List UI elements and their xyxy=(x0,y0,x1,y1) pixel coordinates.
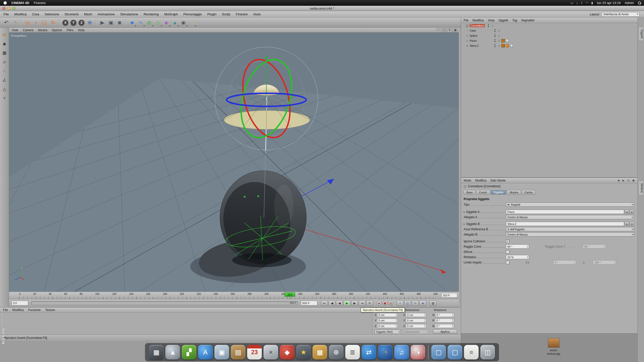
enabled-check-icon[interactable]: ✓ xyxy=(490,24,495,27)
os-menu-finestra[interactable]: Finestra xyxy=(34,1,46,5)
add-cube-object-button[interactable]: ■ xyxy=(128,18,136,27)
dock-documents-stack[interactable]: ▢ xyxy=(448,345,462,359)
undo-icon[interactable]: ↶ xyxy=(2,18,11,27)
layout-select[interactable]: Interfaccia di Avvio xyxy=(602,12,639,17)
wifi-icon[interactable]: ◠ xyxy=(586,1,588,5)
dynamics-body-tag-icon[interactable] xyxy=(506,44,509,48)
pos-z-field[interactable]: 0 cm xyxy=(377,324,398,328)
texture-tag-icon[interactable] xyxy=(501,39,505,42)
object-row-spline[interactable]: ∿ Spline ✓ xyxy=(461,33,637,38)
history-back-icon[interactable]: ◀ xyxy=(616,179,620,182)
am-menu-modifica[interactable]: Modifica xyxy=(475,179,487,182)
app-menu-item[interactable]: Personaggio xyxy=(183,12,202,16)
add-light-button[interactable]: ☼ xyxy=(188,18,196,27)
visibility-dots[interactable] xyxy=(493,29,497,32)
object-row-cielo[interactable]: ◔ Cielo ✓ xyxy=(461,28,637,33)
render-settings-button[interactable]: ◙ xyxy=(115,18,124,27)
enabled-check-icon[interactable]: ✓ xyxy=(497,34,501,37)
visibility-dots[interactable] xyxy=(486,24,490,27)
lock-y-axis-button[interactable]: Y xyxy=(70,20,76,26)
toggle-views-icon[interactable]: ▦ xyxy=(453,28,458,32)
zoom-view-icon[interactable]: ◰ xyxy=(442,28,447,32)
axis-mode-icon[interactable]: + xyxy=(1,95,8,102)
am-search-icon[interactable]: ◎ xyxy=(626,179,630,182)
allegato-a-select[interactable]: Centro di Massa xyxy=(506,215,634,219)
dock-app-store[interactable]: A xyxy=(198,345,213,359)
object-manager-menu-item[interactable]: Oggetti xyxy=(499,19,508,22)
app-menu-item[interactable]: Finestre xyxy=(236,12,248,16)
dock-trash[interactable]: ◫ xyxy=(480,345,495,359)
dock-red-app[interactable]: ◆ xyxy=(280,345,295,359)
dock-contacts[interactable]: ▤ xyxy=(231,345,246,359)
enabled-check-icon[interactable]: ✓ xyxy=(497,39,501,42)
attribute-tab[interactable]: Base xyxy=(464,190,475,195)
app-menu-item[interactable]: Selezione xyxy=(45,12,59,16)
tab-oggetti[interactable]: Oggetti xyxy=(638,27,644,41)
key-position-toggle[interactable]: + xyxy=(397,300,404,306)
apple-menu-icon[interactable] xyxy=(4,1,7,5)
viewport-menu-item[interactable]: Mostra xyxy=(38,28,47,32)
volume-icon[interactable]: ♪ xyxy=(576,1,578,5)
next-frame-button[interactable]: ▶ xyxy=(351,300,358,306)
playback-options-button[interactable]: ▤ xyxy=(430,300,436,306)
oggetto-b-field[interactable]: Sfera.2 xyxy=(506,222,624,226)
loop-mode-button[interactable]: ↻ xyxy=(366,300,373,306)
pos-y-field[interactable]: 0 cm xyxy=(377,319,398,323)
dock-firefox[interactable]: ◔ xyxy=(378,345,393,359)
add-modeling-object-button[interactable]: ◇ xyxy=(153,18,162,27)
object-manager-menu-item[interactable]: File xyxy=(464,19,468,22)
add-generator-button[interactable]: ◍ xyxy=(145,18,153,27)
object-row-connettore[interactable]: ◫ Connettore ✓ xyxy=(461,23,637,28)
attribute-tab[interactable]: Oggetto xyxy=(491,190,506,195)
oggetto-a-field[interactable]: Piano xyxy=(506,210,624,214)
object-picker-icon[interactable]: ◎ xyxy=(630,210,634,214)
texture-mode-icon[interactable]: ▦ xyxy=(1,49,8,56)
attribute-tab[interactable]: Coord. xyxy=(476,190,490,195)
current-frame-field[interactable]: 323 F xyxy=(441,293,457,298)
object-manager-menu-item[interactable]: Segnalibri xyxy=(521,19,535,22)
enabled-check-icon[interactable]: ✓ xyxy=(497,44,501,48)
app-menu-item[interactable]: Crea xyxy=(32,12,39,16)
browser-item-wood-texture[interactable]: wood- texture.jpg xyxy=(542,338,566,356)
workplane-mode-icon[interactable]: ▱ xyxy=(1,58,8,65)
raggio-cono-y-field[interactable]: 60 ° xyxy=(583,244,606,249)
dock-quicktime[interactable]: ◑ xyxy=(411,345,425,359)
dock-star-app[interactable]: ★ xyxy=(296,345,311,359)
coordinate-system-button[interactable]: ⊕ xyxy=(86,18,94,27)
spotlight-icon[interactable] xyxy=(638,2,641,5)
attribute-tab[interactable]: Mostra xyxy=(507,190,521,195)
texture-tag-icon[interactable] xyxy=(501,44,505,48)
object-manager-menu-item[interactable]: Modifica xyxy=(472,19,484,22)
dock-pictures-folder[interactable]: ▦ xyxy=(313,345,327,359)
phong-tag-icon[interactable] xyxy=(506,39,509,42)
ignora-collisioni-checkbox[interactable]: ✓ xyxy=(506,240,509,243)
history-forward-icon[interactable]: ▶ xyxy=(621,179,625,182)
a-field[interactable]: 180 ° xyxy=(593,260,616,264)
dock-teamviewer[interactable]: ⇄ xyxy=(362,345,376,359)
coord-mode-select[interactable]: Oggetto (Rel) xyxy=(375,330,401,334)
dock-utility-app[interactable]: × xyxy=(264,345,278,359)
timeline-ruler[interactable]: 0204060801001201401601802002202402602803… xyxy=(9,292,459,299)
size-z-field[interactable]: 0 cm xyxy=(406,324,426,328)
limite-angolo-checkbox[interactable] xyxy=(506,261,509,264)
app-menu-item[interactable]: Mesh xyxy=(84,12,92,16)
os-clock[interactable]: lun 23 apr 13:24 xyxy=(597,1,621,5)
app-menu-item[interactable]: Animazione xyxy=(98,12,115,16)
range-start-field[interactable]: 0 F xyxy=(12,301,28,305)
raggio-cono-field[interactable]: 60 ° xyxy=(506,244,529,249)
model-mode-icon[interactable]: ◆ xyxy=(1,40,8,47)
make-editable-icon[interactable]: ⇄ xyxy=(1,31,8,38)
material-menu-item[interactable]: Modifica xyxy=(12,308,24,312)
polygons-mode-icon[interactable]: △ xyxy=(1,85,8,93)
rotate-tool[interactable]: ↻ xyxy=(49,18,57,27)
live-selection-tool[interactable]: ◎ xyxy=(23,18,32,27)
expand-icon[interactable]: ▸ xyxy=(464,211,466,213)
battery-icon[interactable]: ▮ xyxy=(591,1,593,5)
goto-start-button[interactable]: ⇤ xyxy=(321,300,328,306)
rot-p-field[interactable]: 0 ° xyxy=(435,319,454,323)
app-menu-item[interactable]: Modifica xyxy=(14,12,26,16)
dock-green-app[interactable]: ▞ xyxy=(182,345,196,359)
rotate-view-icon[interactable]: ↻ xyxy=(447,28,452,32)
range-end-field[interactable]: 500 F xyxy=(301,301,317,305)
render-view-button[interactable]: ▶ xyxy=(98,18,107,27)
